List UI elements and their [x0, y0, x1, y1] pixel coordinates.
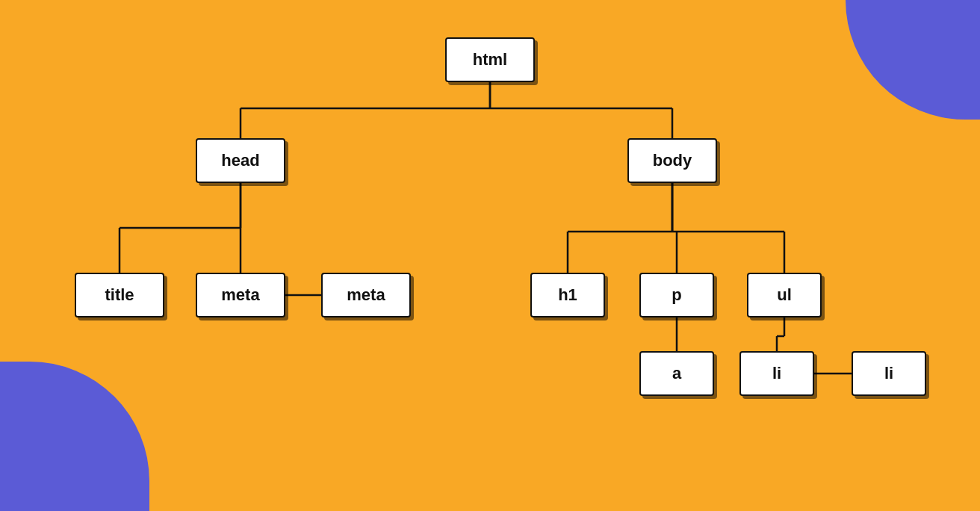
- node-a-label: a: [672, 364, 681, 383]
- node-title: title: [75, 273, 164, 318]
- tree-diagram: html head body title meta meta h1 p ul a…: [0, 0, 980, 511]
- node-meta1-label: meta: [221, 285, 259, 305]
- node-html: html: [445, 37, 535, 82]
- node-meta2-label: meta: [347, 285, 385, 305]
- node-head-label: head: [221, 151, 259, 170]
- node-p: p: [639, 273, 714, 318]
- node-h1-label: h1: [558, 285, 577, 305]
- node-ul: ul: [747, 273, 822, 318]
- node-li2: li: [852, 351, 926, 396]
- node-ul-label: ul: [777, 285, 792, 305]
- node-li1: li: [739, 351, 814, 396]
- node-p-label: p: [672, 285, 681, 305]
- node-a: a: [639, 351, 714, 396]
- node-li1-label: li: [772, 364, 781, 383]
- node-meta2: meta: [321, 273, 411, 318]
- node-html-label: html: [473, 50, 507, 69]
- node-body-label: body: [653, 151, 692, 170]
- node-li2-label: li: [884, 364, 893, 383]
- node-body: body: [627, 138, 717, 183]
- node-title-label: title: [105, 285, 134, 305]
- node-meta1: meta: [196, 273, 285, 318]
- node-h1: h1: [530, 273, 605, 318]
- node-head: head: [196, 138, 285, 183]
